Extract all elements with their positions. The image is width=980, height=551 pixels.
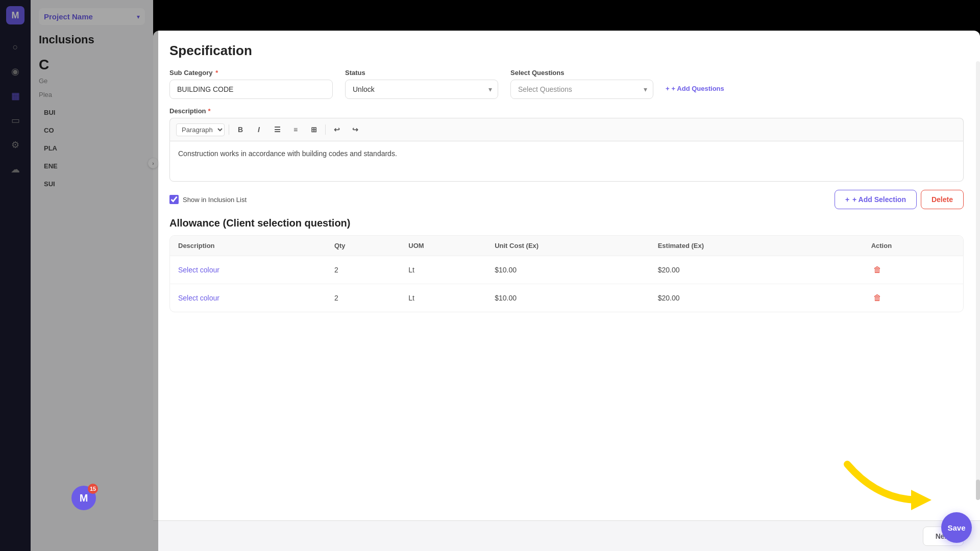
- description-label: Description *: [169, 107, 964, 115]
- row2-spacer: [819, 284, 863, 312]
- row1-description[interactable]: Select colour: [178, 266, 219, 274]
- show-inclusion-label: Show in Inclusion List: [183, 196, 247, 204]
- specification-title: Specification: [169, 43, 964, 59]
- show-inclusion-checkbox-row: Show in Inclusion List: [169, 195, 247, 204]
- italic-button[interactable]: I: [252, 122, 266, 137]
- show-inclusion-checkbox[interactable]: [169, 195, 179, 204]
- main-header: Specification Sub Category * Status Unlo…: [153, 31, 980, 99]
- allowance-section: Allowance (Client selection question) De…: [153, 217, 980, 312]
- row1-delete-button[interactable]: 🗑: [871, 263, 884, 277]
- row1-qty: 2: [326, 256, 400, 284]
- paragraph-select[interactable]: Paragraph: [176, 123, 225, 136]
- table-body: Select colour 2 Lt $10.00 $20.00 🗑 Selec…: [170, 256, 963, 312]
- bullet-list-button[interactable]: ☰: [270, 122, 284, 137]
- allowance-title: Allowance (Client selection question): [169, 217, 964, 229]
- undo-button[interactable]: ↩: [330, 122, 344, 137]
- main-content: Specification Sub Category * Status Unlo…: [153, 31, 980, 520]
- row1-spacer: [819, 256, 863, 284]
- sub-category-input[interactable]: [169, 80, 333, 99]
- table-row: Select colour 2 Lt $10.00 $20.00 🗑: [170, 284, 963, 312]
- col-spacer: [819, 236, 863, 256]
- action-buttons: + + Add Selection Delete: [835, 190, 964, 209]
- notification-avatar[interactable]: M 15: [71, 486, 96, 510]
- sub-category-group: Sub Category *: [169, 69, 333, 99]
- row1-estimated: $20.00: [650, 256, 819, 284]
- col-uom: UOM: [400, 236, 486, 256]
- questions-select-wrapper: Select Questions ▾: [510, 80, 653, 99]
- table-header: Description Qty UOM Unit Cost (Ex) Estim…: [170, 236, 963, 256]
- col-action: Action: [863, 236, 963, 256]
- specification-form-row: Sub Category * Status Unlock Lock ▾ Sele…: [169, 69, 964, 99]
- add-selection-button[interactable]: + + Add Selection: [835, 190, 917, 209]
- required-marker: *: [215, 69, 218, 77]
- toolbar-divider-1: [229, 124, 229, 135]
- col-unit-cost: Unit Cost (Ex): [486, 236, 650, 256]
- ordered-list-button[interactable]: ≡: [288, 122, 303, 137]
- scrollbar-track: [976, 61, 980, 500]
- description-required-marker: *: [208, 107, 211, 115]
- select-questions-group: Select Questions Select Questions ▾: [510, 69, 653, 99]
- editor-toolbar: Paragraph B I ☰ ≡ ⊞ ↩ ↪: [169, 118, 964, 141]
- dim-overlay: [0, 0, 158, 551]
- questions-select[interactable]: Select Questions: [510, 80, 653, 99]
- notification-badge: 15: [88, 484, 98, 494]
- select-questions-label: Select Questions: [510, 69, 653, 77]
- add-questions-button[interactable]: + + Add Questions: [666, 80, 724, 97]
- status-select[interactable]: Unlock Lock: [345, 80, 498, 99]
- description-section: Description * Paragraph B I ☰ ≡ ⊞ ↩ ↪ Co…: [153, 107, 980, 182]
- row2-unit-cost: $10.00: [486, 284, 650, 312]
- row2-estimated: $20.00: [650, 284, 819, 312]
- redo-button[interactable]: ↪: [348, 122, 362, 137]
- col-estimated: Estimated (Ex): [650, 236, 819, 256]
- status-group: Status Unlock Lock ▾: [345, 69, 498, 99]
- form-bottom-row: Show in Inclusion List + + Add Selection…: [153, 190, 980, 209]
- add-questions-icon: +: [666, 85, 670, 92]
- col-qty: Qty: [326, 236, 400, 256]
- bottom-bar: Next: [153, 520, 980, 551]
- save-button[interactable]: Save: [941, 512, 972, 543]
- row1-unit-cost: $10.00: [486, 256, 650, 284]
- row2-description[interactable]: Select colour: [178, 294, 219, 302]
- editor-content: Construction works in accordance with bu…: [178, 149, 397, 158]
- sub-category-label: Sub Category *: [169, 69, 333, 77]
- row2-delete-button[interactable]: 🗑: [871, 291, 884, 305]
- editor-body[interactable]: Construction works in accordance with bu…: [169, 141, 964, 182]
- allowance-table: Description Qty UOM Unit Cost (Ex) Estim…: [170, 236, 963, 312]
- delete-button[interactable]: Delete: [921, 190, 964, 209]
- scrollbar-thumb[interactable]: [976, 480, 980, 500]
- add-questions-group: _ + + Add Questions: [666, 69, 724, 97]
- row2-uom: Lt: [400, 284, 486, 312]
- table-row: Select colour 2 Lt $10.00 $20.00 🗑: [170, 256, 963, 284]
- add-selection-icon: +: [845, 195, 849, 204]
- bold-button[interactable]: B: [233, 122, 248, 137]
- table-button[interactable]: ⊞: [307, 122, 321, 137]
- allowance-table-wrapper: Description Qty UOM Unit Cost (Ex) Estim…: [169, 235, 964, 312]
- avatar-icon: M: [80, 492, 88, 504]
- row1-uom: Lt: [400, 256, 486, 284]
- toolbar-divider-2: [325, 124, 326, 135]
- row2-qty: 2: [326, 284, 400, 312]
- status-select-wrapper: Unlock Lock ▾: [345, 80, 498, 99]
- status-label: Status: [345, 69, 498, 77]
- col-description: Description: [170, 236, 326, 256]
